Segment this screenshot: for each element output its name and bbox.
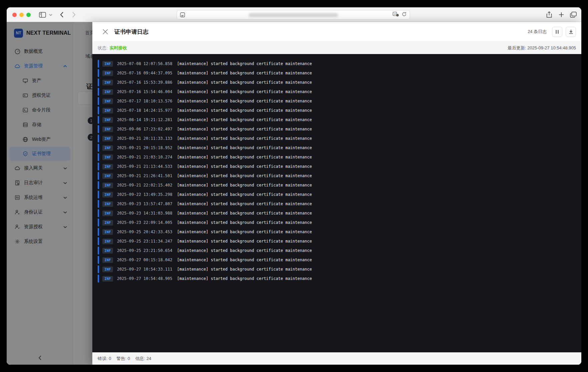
log-level-stripe [98,69,99,77]
log-level-stripe [98,125,99,133]
log-row: INF2025-09-21 21:13:44.533[maintenance] … [92,162,581,171]
address-bar[interactable]: A [177,10,410,20]
log-level-badge: INF [102,126,113,132]
pause-button[interactable] [552,27,562,37]
close-window-button[interactable] [12,13,17,17]
drawer-title: 证书申请日志 [114,28,148,36]
log-message: [maintenance] started background certifi… [177,239,312,244]
log-timestamp: 2025-09-23 13:57:47.807 [117,202,172,206]
log-timestamp: 2025-09-21 21:13:44.533 [117,164,172,169]
log-message: [maintenance] started background certifi… [177,155,312,159]
reload-icon[interactable] [402,12,407,18]
log-row: INF2025-09-21 22:02:15.402[maintenance] … [92,180,581,190]
log-timestamp: 2025-09-25 23:11:34.247 [117,239,172,244]
log-level-stripe [98,60,99,68]
log-level-badge: INF [102,239,113,244]
log-level-stripe [98,144,99,152]
log-row: INF2025-07-16 09:44:37.095[maintenance] … [92,68,581,78]
log-level-badge: INF [102,117,113,123]
browser-toolbar: A [7,7,581,22]
tab-overview-icon[interactable] [570,7,577,22]
log-row: INF2025-09-25 23:21:50.654[maintenance] … [92,246,581,255]
log-row: INF2025-07-18 14:24:15.977[maintenance] … [92,106,581,115]
log-level-stripe [98,191,99,199]
new-tab-icon[interactable] [559,7,564,22]
drawer-footer: 错误: 0 警告: 0 信息: 24 [92,352,581,365]
log-timestamp: 2025-09-21 21:26:41.501 [117,173,172,178]
window-controls [12,13,31,17]
log-timestamp: 2025-09-21 22:02:15.402 [117,183,172,188]
log-level-stripe [98,275,99,283]
log-row: INF2025-09-21 21:26:41.501[maintenance] … [92,171,581,180]
log-row: INF2025-07-17 18:10:13.576[maintenance] … [92,96,581,106]
reader-icon[interactable] [180,12,185,17]
minimize-window-button[interactable] [19,13,24,17]
log-level-badge: INF [102,70,113,76]
log-row: INF2025-09-21 20:15:18.952[maintenance] … [92,143,581,152]
log-level-badge: INF [102,145,113,151]
log-timestamp: 2025-09-23 14:31:03.988 [117,211,172,216]
download-button[interactable] [566,27,576,37]
zoom-window-button[interactable] [26,13,31,17]
chevron-down-icon[interactable] [49,7,52,22]
back-icon[interactable] [60,7,64,22]
close-icon[interactable] [102,29,108,35]
log-timestamp: 2025-07-16 15:54:46.004 [117,89,172,94]
log-timestamp: 2025-09-22 13:49:35.298 [117,192,172,197]
forward-icon[interactable] [72,7,76,22]
log-level-stripe [98,134,99,142]
log-timestamp: 2025-09-23 22:09:14.005 [117,220,172,225]
log-level-badge: INF [102,257,113,263]
log-message: [maintenance] started background certifi… [177,192,312,197]
log-message: [maintenance] started background certifi… [177,230,312,234]
log-message: [maintenance] started background certifi… [177,164,312,169]
log-level-badge: INF [102,267,113,272]
translate-icon[interactable]: A [393,12,399,18]
log-message: [maintenance] started background certifi… [177,80,312,85]
log-level-stripe [98,106,99,114]
log-level-badge: INF [102,192,113,198]
log-level-badge: INF [102,108,113,113]
log-timestamp: 2025-09-27 10:54:33.111 [117,267,172,272]
log-level-badge: INF [102,229,113,235]
log-level-badge: INF [102,136,113,141]
log-level-badge: INF [102,154,113,160]
drawer-status-bar: 状态: 实时接收 最后更新: 2025-09-27 10:54:48.905 [92,41,581,54]
log-level-stripe [98,153,99,161]
log-message: [maintenance] started background certifi… [177,127,312,131]
log-level-stripe [98,88,99,96]
log-timestamp: 2025-09-25 23:21:50.654 [117,248,172,253]
log-timestamp: 2025-07-16 09:44:37.095 [117,71,172,75]
log-timestamp: 2025-07-16 15:53:39.886 [117,80,172,85]
log-timestamp: 2025-07-18 14:24:15.977 [117,108,172,113]
log-level-stripe [98,247,99,255]
log-message: [maintenance] started background certifi… [177,202,312,206]
log-row: INF2025-09-25 23:11:34.247[maintenance] … [92,237,581,246]
log-message: [maintenance] started background certifi… [177,99,312,103]
log-level-stripe [98,237,99,245]
log-level-badge: INF [102,173,113,179]
log-level-stripe [98,97,99,105]
log-list[interactable]: INF2025-07-08 12:07:56.858[maintenance] … [92,54,581,352]
log-level-stripe [98,228,99,236]
log-level-stripe [98,116,99,124]
sidebar-toggle-icon[interactable] [39,7,46,22]
log-row: INF2025-09-27 00:15:18.042[maintenance] … [92,255,581,265]
log-timestamp: 2025-09-25 20:42:33.453 [117,230,172,234]
log-message: [maintenance] started background certifi… [177,108,312,113]
log-timestamp: 2025-09-27 00:15:18.042 [117,258,172,262]
log-level-stripe [98,172,99,180]
share-icon[interactable] [546,7,552,22]
log-level-badge: INF [102,61,113,67]
log-level-stripe [98,162,99,170]
log-row: INF2025-07-16 15:53:39.886[maintenance] … [92,78,581,87]
svg-text:A: A [394,12,396,16]
log-level-badge: INF [102,89,113,95]
log-level-stripe [98,265,99,273]
certificate-log-drawer: 证书申请日志 24 条日志 状态: [92,22,581,365]
log-message: [maintenance] started background certifi… [177,267,312,272]
log-level-stripe [98,181,99,189]
log-message: [maintenance] started background certifi… [177,71,312,75]
log-timestamp: 2025-07-17 18:10:13.576 [117,99,172,103]
log-row: INF2025-09-23 22:09:14.005[maintenance] … [92,218,581,227]
